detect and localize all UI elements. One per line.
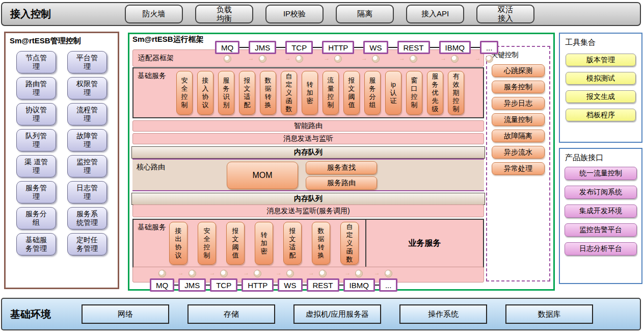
flow-control-button[interactable]: 流量控制 [492,113,545,126]
service-item-label: 流量控制 [327,76,335,109]
connector-dot-icon [385,270,392,277]
service-item[interactable]: ip认证 [385,71,401,115]
protocol-box-ws[interactable]: WS [363,41,388,54]
protocol-mgmt-button[interactable]: 协议管理 [16,103,56,125]
network-button[interactable]: 网络 [82,304,169,324]
basic-services-bottom-items: 接出协议 安全控制 报文阈值 转加密 报文适配 数据转换 自定义函数 [169,222,359,265]
mock-test-button[interactable]: 模拟测试 [566,72,636,85]
unified-flow-control-button[interactable]: 统一流量控制 [565,167,637,180]
protocol-box-more[interactable]: ... [379,278,398,292]
service-item[interactable]: 有效期控制 [448,71,464,115]
service-item[interactable]: 服务分组 [364,71,381,115]
management-grid: 节点管理 平台管理 路由管理 权限管理 协议管理 流程管理 队列管理 故障管理 … [6,51,118,255]
service-item[interactable]: 接出协议 [169,222,187,265]
service-item[interactable]: 转加密 [255,222,273,265]
basic-services-bottom: 基础服务 接出协议 安全控制 报文阈值 转加密 报文适配 数据转换 自定义函数 … [132,219,484,268]
monitor-alert-platform-button[interactable]: 监控告警平台 [565,223,637,237]
ide-button[interactable]: 集成开发环境 [565,204,637,218]
protocol-box-rest[interactable]: REST [307,278,339,292]
service-item[interactable]: 接入协议 [197,71,213,115]
database-button[interactable]: 数据库 [505,304,593,324]
service-item[interactable]: 服务优先级 [427,71,443,115]
protocol-box-http[interactable]: HTTP [242,278,274,292]
monitor-mgmt-button[interactable]: 监控管理 [67,155,107,177]
message-generate-button[interactable]: 报文生成 [566,90,636,103]
fault-mgmt-button[interactable]: 故障管理 [67,129,107,151]
heartbeat-detect-button[interactable]: 心跳探测 [492,64,545,77]
service-mgmt-button[interactable]: 服务管理 [16,181,56,203]
stub-program-button[interactable]: 档板程序 [566,109,636,121]
service-find-button[interactable]: 服务查找 [306,161,377,174]
service-item[interactable]: 自定义函数 [340,222,359,265]
mom-button[interactable]: MOM [227,162,298,189]
service-group-button[interactable]: 服务分组 [16,207,56,229]
service-item[interactable]: 报文阈值 [343,71,360,115]
service-item[interactable]: 报文适配 [239,71,255,115]
load-balance-button[interactable]: 负载 均衡 [195,5,253,23]
service-item-label: 有效期控制 [452,72,460,113]
service-item[interactable]: 转加密 [302,71,318,115]
pubsub-system-button[interactable]: 发布订阅系统 [565,186,637,199]
service-item[interactable]: 安全控制 [176,71,193,115]
protocol-box-mq[interactable]: MQ [215,41,239,54]
product-family-title: 产品族接口 [565,153,603,163]
protocol-box-tcp[interactable]: TCP [210,278,237,292]
protocol-box-ws[interactable]: WS [278,278,302,292]
route-mgmt-button[interactable]: 路由管理 [16,77,56,99]
base-environment-title: 基础环境 [10,307,82,321]
memory-queue-bottom-bar: 内存队列 [131,193,485,205]
service-item[interactable]: 数据转换 [260,71,276,115]
protocol-cell: MQ [215,41,239,63]
version-mgmt-button[interactable]: 版本管理 [566,54,636,66]
service-item-label: 安全控制 [181,76,189,109]
service-item[interactable]: 数据转换 [312,222,330,265]
log-mgmt-button[interactable]: 日志管理 [67,181,107,203]
protocol-box-rest[interactable]: REST [397,41,430,54]
async-log-button[interactable]: 异步日志 [492,97,545,110]
channel-mgmt-button[interactable]: 渠 道管理 [16,155,56,177]
basic-service-mgmt-button[interactable]: 基础服务管理 [16,233,56,255]
service-item[interactable]: 报文阈值 [226,222,245,265]
runtime-framework-panel: Sm@rtESB运行框架 MQ JMS TCP HTTP WS REST IBM… [128,33,555,291]
timer-task-mgmt-button[interactable]: 定时任务管理 [67,233,107,255]
dual-active-button[interactable]: 双活 接入 [476,5,534,23]
message-listen-bar: 消息发送与监听 [132,133,484,144]
service-item[interactable]: 流量控制 [323,71,339,115]
service-control-button[interactable]: 服务控制 [492,81,545,93]
protocol-box-more[interactable]: ... [480,41,499,54]
service-item[interactable]: 安全控制 [198,222,216,265]
protocol-box-tcp[interactable]: TCP [285,41,313,54]
protocol-box-ibmq[interactable]: IBMQ [343,278,375,292]
protocol-box-jms[interactable]: JMS [178,278,206,292]
service-item-label: 报文适配 [244,76,251,109]
storage-button[interactable]: 存储 [187,304,275,324]
queue-mgmt-button[interactable]: 队列管理 [16,129,56,151]
ip-check-button[interactable]: IP校验 [265,5,324,23]
protocol-box-http[interactable]: HTTP [322,41,354,54]
log-analysis-platform-button[interactable]: 日志分析平台 [565,242,637,255]
service-item[interactable]: 报文适配 [283,222,302,265]
exception-handling-button[interactable]: 异常处理 [492,162,545,175]
service-item[interactable]: 窗口控制 [406,71,422,115]
protocol-box-ibmq[interactable]: IBMQ [439,41,471,54]
permission-mgmt-button[interactable]: 权限管理 [67,77,107,99]
node-mgmt-button[interactable]: 节点管理 [16,51,56,73]
protocol-cell: IBMQ [439,41,471,63]
platform-mgmt-button[interactable]: 平台管理 [67,51,107,73]
service-item[interactable]: 自定义函数 [281,71,297,115]
fault-isolation-button[interactable]: 故障隔离 [492,130,545,142]
service-route-button[interactable]: 服务路由 [306,176,377,190]
protocol-cell: REST [397,41,430,63]
service-item[interactable]: 服务识别 [218,71,234,115]
async-flow-button[interactable]: 异步流水 [492,146,545,159]
vm-app-server-button[interactable]: 虚拟机/应用服务器 [293,304,381,324]
firewall-button[interactable]: 防火墙 [125,5,183,23]
isolation-button[interactable]: 隔离 [336,5,394,23]
core-routing-label: 核心路由 [137,163,165,172]
protocol-box-mq[interactable]: MQ [150,278,174,292]
protocol-box-jms[interactable]: JMS [249,41,276,54]
access-api-button[interactable]: 接入API [406,5,464,23]
process-mgmt-button[interactable]: 流程管理 [67,103,107,125]
service-system-mgmt-button[interactable]: 服务系统管理 [67,207,107,229]
os-button[interactable]: 操作系统 [399,304,487,324]
